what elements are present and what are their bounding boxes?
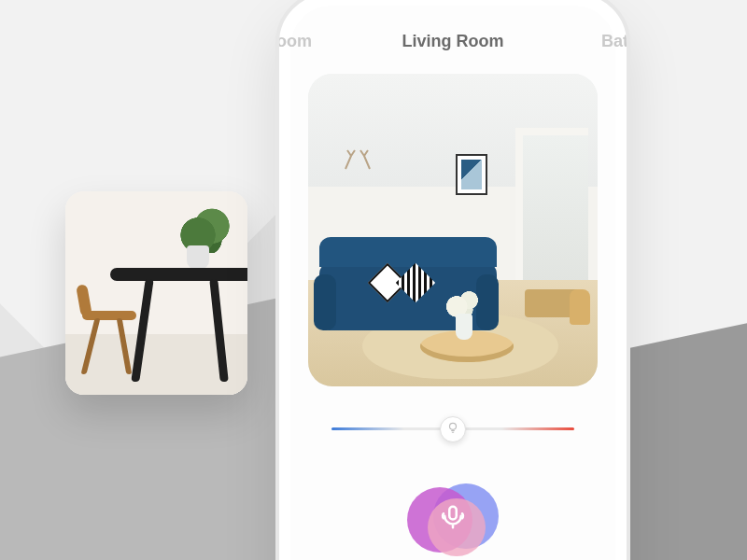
room-photo[interactable] bbox=[308, 74, 598, 386]
svg-point-0 bbox=[450, 423, 457, 429]
tab-current[interactable]: Living Room bbox=[402, 32, 504, 51]
sofa-arm bbox=[314, 274, 336, 330]
slider-thumb[interactable] bbox=[440, 416, 466, 442]
temperature-slider[interactable] bbox=[331, 418, 574, 441]
microphone-icon bbox=[439, 503, 467, 531]
antler-icon bbox=[342, 147, 374, 171]
photo-window bbox=[515, 128, 588, 296]
bulb-icon bbox=[446, 421, 459, 438]
dining-chair bbox=[570, 289, 590, 325]
room-thumbnail-card[interactable] bbox=[65, 191, 247, 395]
tab-prev[interactable]: Room bbox=[275, 32, 312, 51]
room-tabs: Room Living Room Bat bbox=[290, 32, 615, 51]
phone-screen: Room Living Room Bat bbox=[290, 6, 615, 560]
table-top bbox=[110, 268, 247, 281]
phone-frame: Room Living Room Bat bbox=[275, 0, 630, 560]
chair-seat bbox=[82, 311, 136, 320]
svg-rect-1 bbox=[449, 507, 457, 520]
tab-next[interactable]: Bat bbox=[601, 32, 628, 51]
vase-icon bbox=[456, 314, 472, 340]
voice-button[interactable] bbox=[402, 482, 504, 556]
wall-art bbox=[456, 154, 487, 195]
plant-pot-icon bbox=[187, 245, 209, 270]
